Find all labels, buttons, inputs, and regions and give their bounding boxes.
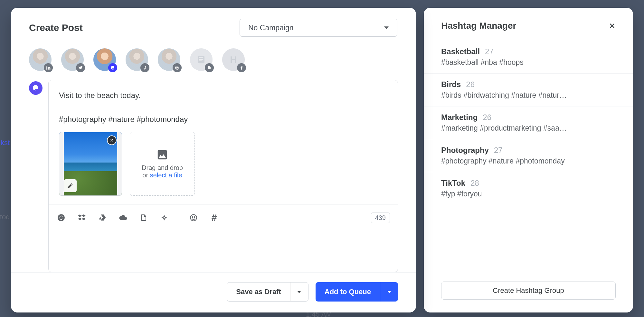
hashtag-group-item[interactable]: Birds26 #birds #birdwatching #nature #na… xyxy=(424,74,633,106)
channel-twitter[interactable] xyxy=(61,48,84,71)
facebook-icon xyxy=(237,63,246,72)
post-text-input[interactable]: Visit to the beach today. #photography #… xyxy=(49,80,398,132)
svg-point-6 xyxy=(58,214,65,221)
twitter-icon xyxy=(76,63,85,72)
campaign-selected-label: No Campaign xyxy=(248,24,294,32)
svg-point-8 xyxy=(192,217,193,218)
image-icon xyxy=(156,149,168,161)
pinterest-icon xyxy=(173,63,182,72)
svg-rect-0 xyxy=(46,67,47,70)
tiktok-icon xyxy=(140,63,149,72)
close-button[interactable] xyxy=(609,22,616,29)
svg-rect-5 xyxy=(199,61,202,62)
hashtag-group-item[interactable]: Photography27 #photography #nature #phot… xyxy=(424,139,633,172)
photos-icon[interactable] xyxy=(159,213,169,223)
composer: Visit to the beach today. #photography #… xyxy=(48,80,398,272)
hashtag-manager-panel: Hashtag Manager Basketball27 #basketball… xyxy=(424,8,633,312)
chevron-down-icon xyxy=(297,291,301,293)
select-file-link[interactable]: select a file xyxy=(150,172,182,179)
mastodon-icon xyxy=(108,63,117,72)
hashtag-group-list: Basketball27 #basketball #nba #hoops Bir… xyxy=(424,41,633,272)
hashtag-icon[interactable]: # xyxy=(209,213,219,223)
hashtag-group-item[interactable]: Basketball27 #basketball #nba #hoops xyxy=(424,41,633,74)
attached-image[interactable] xyxy=(59,132,122,196)
onedrive-icon[interactable] xyxy=(118,213,128,223)
remove-image-button[interactable] xyxy=(107,135,117,145)
channel-picker: H xyxy=(11,44,416,80)
channel-linkedin[interactable] xyxy=(29,48,52,71)
svg-rect-4 xyxy=(199,59,204,60)
channel-facebook[interactable]: H xyxy=(222,48,245,71)
campaign-select[interactable]: No Campaign xyxy=(240,19,397,37)
create-post-panel: Create Post No Campaign xyxy=(11,8,416,312)
dropbox-icon[interactable] xyxy=(77,213,87,223)
mastodon-icon xyxy=(29,81,43,95)
page-title: Create Post xyxy=(29,22,83,33)
dropzone-line1: Drag and drop xyxy=(142,164,183,171)
emoji-icon[interactable] xyxy=(189,213,198,223)
channel-startpage[interactable] xyxy=(190,48,213,71)
file-icon[interactable] xyxy=(139,213,148,223)
linkedin-icon xyxy=(44,63,53,72)
composer-toolbar: # 439 xyxy=(49,204,398,231)
chevron-down-icon xyxy=(387,291,391,293)
edit-image-button[interactable] xyxy=(64,179,77,192)
channel-tiktok[interactable] xyxy=(126,48,148,71)
hashtag-manager-title: Hashtag Manager xyxy=(441,21,516,31)
chevron-down-icon xyxy=(384,26,389,29)
background-text: tod xyxy=(0,213,10,221)
svg-point-7 xyxy=(190,214,197,221)
toolbar-divider xyxy=(179,209,179,226)
hashtag-group-item[interactable]: Marketing26 #marketing #productmarketing… xyxy=(424,106,633,139)
document-icon xyxy=(205,63,214,72)
upload-dropzone[interactable]: Drag and drop or select a file xyxy=(130,132,195,196)
google-drive-icon[interactable] xyxy=(98,213,107,223)
hashtag-group-item[interactable]: TikTok28 #fyp #foryou xyxy=(424,172,633,205)
add-to-queue-button[interactable]: Add to Queue xyxy=(316,282,398,302)
canva-icon[interactable] xyxy=(56,213,66,223)
create-hashtag-group-button[interactable]: Create Hashtag Group xyxy=(441,282,616,300)
channel-mastodon[interactable] xyxy=(93,48,116,71)
character-count: 439 xyxy=(371,213,390,223)
channel-pinterest[interactable] xyxy=(158,48,180,71)
svg-point-9 xyxy=(194,217,195,218)
dropzone-line2-prefix: or xyxy=(142,172,150,179)
svg-point-1 xyxy=(46,66,47,67)
background-text: kst xyxy=(0,139,10,147)
save-draft-button[interactable]: Save as Draft xyxy=(227,282,308,302)
add-to-queue-dropdown[interactable] xyxy=(380,282,398,302)
svg-rect-3 xyxy=(199,57,204,58)
save-draft-dropdown[interactable] xyxy=(290,282,308,301)
